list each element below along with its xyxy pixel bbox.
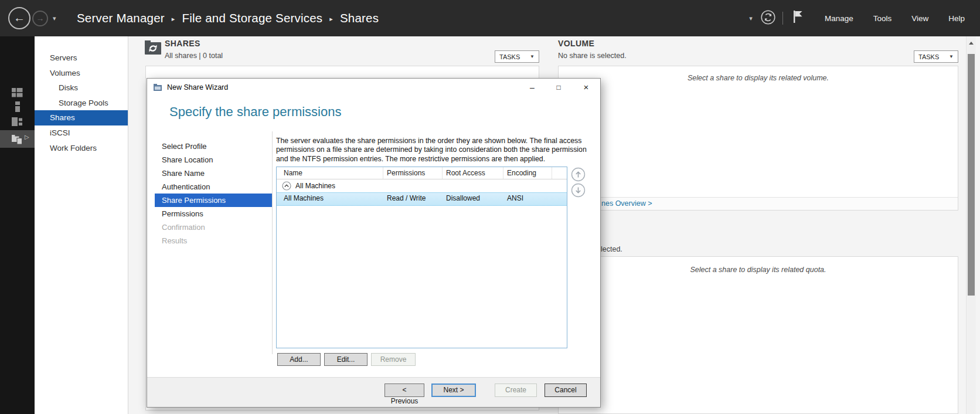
description-line: permissions on a file share are determin… — [276, 145, 587, 154]
all-servers-icon[interactable] — [0, 114, 35, 130]
sidebar-item-servers[interactable]: Servers — [35, 50, 128, 66]
sidebar-item-iscsi[interactable]: iSCSI — [35, 125, 128, 141]
shares-tasks-label: TASKS — [499, 53, 520, 60]
volume-panel-subtitle: No share is selected. — [558, 52, 627, 60]
back-button[interactable]: ← — [8, 7, 30, 29]
notifications-flag-icon[interactable] — [792, 9, 805, 27]
wizard-nav-authentication[interactable]: Authentication — [155, 180, 272, 194]
wizard-nav-confirmation: Confirmation — [155, 220, 272, 234]
refresh-caret-icon[interactable]: ▾ — [749, 15, 753, 22]
column-header-filler — [552, 167, 567, 179]
volume-tasks-button[interactable]: TASKS ▼ — [914, 50, 958, 63]
tasks-caret-icon: ▼ — [949, 54, 954, 59]
wizard-nav-permissions[interactable]: Permissions — [155, 207, 272, 220]
wizard-nav-share-name[interactable]: Share Name — [155, 167, 272, 180]
menu-tools[interactable]: Tools — [873, 14, 892, 23]
cell-root-access: Disallowed — [443, 193, 503, 205]
breadcrumb-file-and-storage-services[interactable]: File and Storage Services — [182, 11, 323, 25]
sidebar-item-volumes[interactable]: Volumes — [35, 66, 128, 81]
create-button: Create — [495, 384, 537, 397]
topbar: ← → ▾ Server Manager ▸ File and Storage … — [0, 0, 980, 36]
quota-panel: Select a share to display its related qu… — [558, 256, 958, 414]
forward-button[interactable]: → — [32, 11, 48, 26]
volume-overview-row: nes Overview > — [559, 197, 958, 210]
breadcrumb-server-manager[interactable]: Server Manager — [77, 11, 165, 25]
breadcrumb-separator-icon: ▸ — [329, 15, 333, 23]
pane-expander-icon[interactable]: ▷ — [25, 134, 29, 140]
description-line: and the NTFS permission entries. The mor… — [276, 155, 587, 164]
server-manager-window: ← → ▾ Server Manager ▸ File and Storage … — [0, 0, 980, 414]
wizard-nav-select-profile[interactable]: Select Profile — [155, 140, 272, 153]
local-server-icon[interactable] — [0, 99, 35, 115]
sidebar-item-disks[interactable]: Disks — [35, 80, 128, 96]
column-header-name: Name — [277, 167, 383, 179]
column-header-root-access: Root Access — [443, 167, 503, 179]
back-arrow-icon: ← — [13, 11, 25, 24]
new-share-wizard-dialog: New Share Wizard – □ × Specify the share… — [147, 78, 601, 408]
topbar-divider — [782, 12, 783, 25]
refresh-icon[interactable] — [760, 9, 776, 28]
shares-tasks-button[interactable]: TASKS ▼ — [495, 50, 539, 63]
menu-help[interactable]: Help — [948, 14, 965, 23]
wizard-nav-results: Results — [155, 234, 272, 247]
wizard-nav-divider — [272, 131, 273, 354]
column-header-encoding: Encoding — [503, 167, 552, 179]
group-label: All Machines — [295, 182, 335, 190]
permission-row-all-machines[interactable]: All Machines Read / Write Disallowed ANS… — [277, 192, 567, 206]
move-down-button[interactable] — [571, 183, 586, 198]
scroll-up-arrow-icon[interactable] — [969, 42, 974, 45]
collapse-group-icon[interactable] — [282, 181, 291, 191]
cancel-button[interactable]: Cancel — [545, 384, 587, 397]
wizard-description: The server evaluates the share permissio… — [276, 137, 587, 164]
breadcrumb-separator-icon: ▸ — [172, 15, 175, 23]
move-up-button[interactable] — [571, 167, 586, 182]
file-and-storage-services-icon[interactable] — [0, 130, 35, 148]
shares-panel-subtitle: All shares | 0 total — [165, 52, 223, 60]
column-header-permissions: Permissions — [383, 167, 443, 179]
forward-arrow-icon: → — [36, 13, 45, 23]
breadcrumb: Server Manager ▸ File and Storage Servic… — [77, 0, 379, 36]
vertical-scrollbar[interactable] — [966, 36, 976, 414]
sidebar-item-shares[interactable]: Shares — [35, 110, 128, 125]
shares-panel-title: SHARES — [165, 39, 200, 48]
close-button[interactable]: × — [576, 79, 596, 96]
wizard-nav-share-location[interactable]: Share Location — [155, 153, 272, 167]
minimize-button[interactable]: – — [522, 79, 542, 96]
sidebar: Servers Volumes Disks Storage Pools Shar… — [35, 36, 128, 414]
next-button[interactable]: Next > — [431, 384, 476, 397]
menu-manage[interactable]: Manage — [825, 14, 853, 23]
volumes-overview-link-partial[interactable]: nes Overview > — [601, 199, 652, 208]
wizard-heading: Specify the share permissions — [169, 104, 341, 120]
breadcrumb-shares[interactable]: Shares — [340, 11, 379, 25]
menu-view[interactable]: View — [911, 14, 928, 23]
share-permissions-table: Name Permissions Root Access Encoding Al… — [276, 167, 567, 348]
wizard-window-icon — [153, 83, 162, 94]
left-icon-strip: ▷ — [0, 36, 35, 414]
quota-panel-subtitle-partial: lected. — [601, 245, 622, 253]
sidebar-item-storage-pools[interactable]: Storage Pools — [35, 96, 128, 111]
volume-panel-title: VOLUME — [558, 39, 594, 48]
history-caret-icon[interactable]: ▾ — [53, 15, 56, 22]
description-line: The server evaluates the share permissio… — [276, 137, 587, 145]
wizard-step-nav: Select Profile Share Location Share Name… — [155, 140, 272, 247]
volume-tasks-label: TASKS — [918, 53, 939, 60]
volume-placeholder-text: Select a share to display its related vo… — [559, 66, 958, 82]
add-button[interactable]: Add... — [277, 353, 321, 366]
shares-folder-sync-icon — [144, 39, 162, 58]
volume-panel: Select a share to display its related vo… — [558, 66, 958, 211]
wizard-nav-share-permissions[interactable]: Share Permissions — [155, 194, 272, 207]
cell-encoding: ANSI — [503, 193, 552, 205]
remove-button: Remove — [371, 353, 416, 366]
quota-placeholder-text: Select a share to display its related qu… — [559, 257, 958, 274]
scrollbar-thumb[interactable] — [968, 54, 975, 296]
table-header-row: Name Permissions Root Access Encoding — [277, 167, 567, 179]
sidebar-item-work-folders[interactable]: Work Folders — [35, 141, 128, 156]
maximize-button[interactable]: □ — [549, 79, 569, 96]
topbar-right-cluster: ▾ Manage Tools View Help — [749, 0, 965, 36]
edit-button[interactable]: Edit... — [324, 353, 368, 366]
previous-button[interactable]: < Previous — [384, 384, 424, 397]
cell-permissions: Read / Write — [383, 193, 443, 205]
wizard-window-title: New Share Wizard — [167, 83, 228, 91]
permission-group-row[interactable]: All Machines — [277, 179, 567, 192]
cell-name: All Machines — [277, 193, 383, 205]
